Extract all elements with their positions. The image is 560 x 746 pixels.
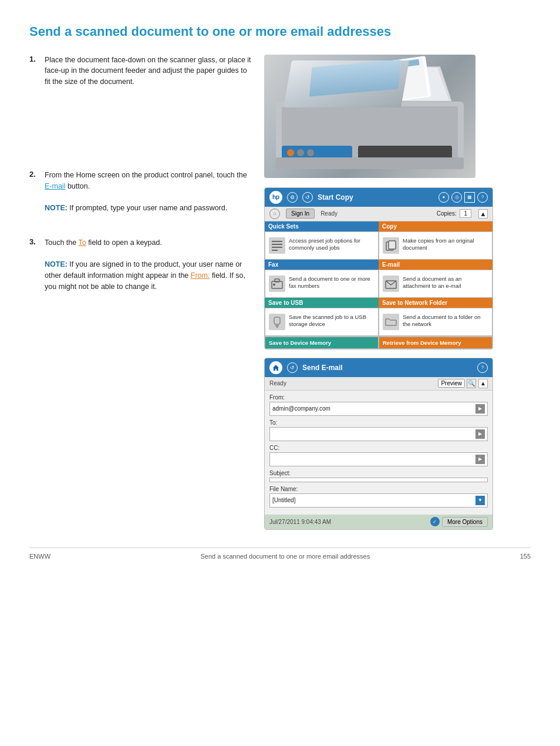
save-usb-header: Save to USB (265, 298, 379, 308)
subject-field: Subject: (269, 470, 488, 482)
copy-header: Copy (379, 221, 492, 231)
more-options-button[interactable]: More Options (442, 517, 488, 527)
filename-btn[interactable]: ▼ (475, 496, 485, 505)
send-email-subheader: Ready Preview 🔍 ▲ (265, 377, 492, 391)
fax-header: Fax (265, 260, 379, 270)
save-device-memory[interactable]: Save to Device Memory (265, 337, 379, 349)
from-input[interactable]: admin@company.com ▶ (269, 402, 488, 416)
copy-cell[interactable]: Copy Make copies from an original docume… (379, 221, 492, 260)
cc-input[interactable]: ▶ (269, 452, 488, 466)
quick-sets-text: Access preset job options for commonly u… (289, 237, 375, 252)
send-email-header: ↺ Send E-mail ? (265, 358, 492, 377)
save-network-cell[interactable]: Save to Network Folder Send a document t… (379, 298, 492, 336)
copy-body: Make copies from an original document (379, 231, 492, 260)
fax-text: Send a document to one or more fax numbe… (289, 275, 375, 290)
step-2-text-after: button. (65, 182, 90, 190)
step-2-text-before: From the Home screen on the product cont… (45, 171, 247, 179)
fax-cell[interactable]: Fax Send a document to one or more fax n… (265, 260, 379, 298)
step-3-link2: From: (191, 271, 210, 280)
copy-icon (383, 237, 399, 254)
copy-text: Make copies from an original document (403, 237, 488, 252)
filename-value: [Untitled] (272, 497, 295, 503)
usb-icon (269, 314, 285, 330)
page-footer: ENWW Send a scanned document to one or m… (29, 547, 531, 560)
save-usb-body: Save the scanned job to a USB storage de… (265, 308, 379, 336)
step-2-number: 2. (29, 170, 40, 214)
step-2-note-label: NOTE: (45, 204, 68, 212)
quick-sets-header: Quick Sets (265, 221, 379, 231)
step-2: 2. From the Home screen on the product c… (29, 170, 252, 214)
preview-area: Preview 🔍 (438, 379, 476, 388)
filename-field: File Name: [Untitled] ▼ (269, 486, 488, 508)
copies-value[interactable]: 1 (460, 209, 471, 218)
to-btn[interactable]: ▶ (475, 429, 485, 439)
step-3-link: To (78, 238, 86, 247)
check-icon: ✓ (430, 517, 440, 526)
retrieve-device-memory[interactable]: Retrieve from Device Memory (379, 337, 492, 349)
to-label: To: (269, 419, 488, 426)
subject-input[interactable] (269, 478, 488, 482)
quick-sets-cell[interactable]: Quick Sets Access preset job options for… (265, 221, 379, 260)
email-cell[interactable]: E-mail Send a document as an attachment … (379, 260, 492, 298)
cc-label: CC: (269, 445, 488, 451)
step-1: 1. Place the document face-down on the s… (29, 55, 252, 88)
hp-grid: Quick Sets Access preset job options for… (265, 221, 492, 336)
fax-icon (269, 275, 285, 292)
send-email-footer: Jul/27/2011 9:04:43 AM ✓ More Options (265, 515, 492, 529)
from-label: From: (269, 394, 488, 401)
step-3-number: 3. (29, 237, 40, 293)
home-icon-2 (269, 361, 282, 374)
copies-control: Copies: 1 (437, 210, 471, 217)
to-input[interactable]: ▶ (269, 427, 488, 441)
email-icon (383, 275, 399, 292)
hp-bottom-bar: Save to Device Memory Retrieve from Devi… (265, 336, 492, 349)
email-body: Send a document as an attachment to an e… (379, 270, 492, 298)
footer-center: Send a scanned document to one or more e… (201, 553, 370, 560)
page-number: 155 (520, 553, 531, 560)
step-3-text-before: Touch the (45, 238, 78, 247)
preview-button[interactable]: Preview (438, 379, 465, 388)
svg-rect-13 (272, 241, 282, 242)
svg-rect-20 (275, 279, 279, 282)
svg-rect-14 (272, 244, 282, 245)
copies-label: Copies: (437, 210, 457, 217)
svg-rect-16 (272, 250, 278, 251)
scroll-up-icon-2[interactable]: ▲ (478, 379, 488, 388)
cc-btn[interactable]: ▶ (475, 455, 485, 464)
save-usb-cell[interactable]: Save to USB Save the scanned job to a US… (265, 298, 379, 336)
save-usb-text: Save the scanned job to a USB storage de… (289, 314, 375, 328)
subject-label: Subject: (269, 470, 488, 476)
svg-point-11 (307, 149, 314, 156)
filename-input[interactable]: [Untitled] ▼ (269, 493, 488, 508)
svg-point-9 (287, 149, 294, 156)
send-email-panel: ↺ Send E-mail ? Ready Preview 🔍 ▲ From: (264, 358, 493, 530)
fax-body: Send a document to one or more fax numbe… (265, 270, 379, 298)
signin-button[interactable]: Sign In (286, 209, 315, 219)
folder-icon (383, 314, 399, 330)
scroll-up-icon[interactable]: ▲ (478, 209, 488, 219)
hp-logo: hp (269, 191, 282, 204)
panel-title: Start Copy (318, 193, 434, 201)
step-3-text-after: field to open a keypad. (86, 238, 162, 247)
printer-image (264, 55, 475, 178)
quick-sets-icon (269, 237, 285, 254)
filename-label: File Name: (269, 486, 488, 492)
settings-icon: ⚙ (287, 192, 298, 203)
send-email-title: Send E-mail (302, 364, 473, 372)
hp-control-panel: hp ⚙ ↺ Start Copy ● ◎ ▦ ? ⌂ Sign In Read… (264, 187, 493, 350)
svg-rect-15 (272, 247, 282, 248)
from-value: admin@company.com (272, 405, 330, 412)
save-network-body: Send a document to a folder on the netwo… (379, 308, 492, 336)
send-email-body: From: admin@company.com ▶ To: ▶ C (265, 391, 492, 515)
email-text: Send a document as an attachment to an e… (403, 275, 488, 290)
help-icon-2: ? (477, 362, 488, 373)
header-icons: ● ◎ ▦ ? (438, 192, 488, 203)
step-1-text: Place the document face-down on the scan… (45, 56, 251, 86)
from-field: From: admin@company.com ▶ (269, 394, 488, 416)
from-btn[interactable]: ▶ (475, 404, 485, 414)
home-icon: ⌂ (269, 209, 280, 219)
refresh-icon-2: ↺ (287, 362, 298, 373)
step-3: 3. Touch the To field to open a keypad. … (29, 237, 252, 293)
help-icon: ? (477, 192, 488, 203)
status-icon: ● (438, 192, 449, 203)
